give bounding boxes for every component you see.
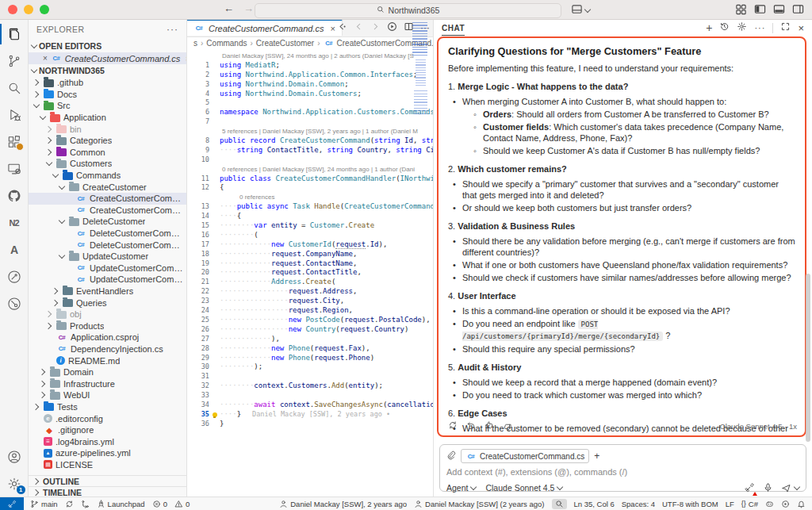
add-context-icon[interactable]: + xyxy=(594,451,599,462)
tree-item-eventhandlers[interactable]: EventHandlers xyxy=(29,286,186,297)
notifications[interactable] xyxy=(797,500,806,508)
azure-icon[interactable]: A xyxy=(0,236,29,263)
attach-context-icon[interactable] xyxy=(446,451,456,462)
tree-item-editorconfig[interactable]: .editorconfig xyxy=(29,412,186,424)
tree-item-gitignore[interactable]: .gitignore xyxy=(29,424,186,436)
status-blame[interactable]: Daniel Mackay [SSW] (2 years ago) xyxy=(414,500,544,508)
sync-item[interactable] xyxy=(65,500,74,508)
chat-input[interactable]: Add context (#), extensions (@), command… xyxy=(446,465,799,479)
voice-icon[interactable] xyxy=(763,482,773,494)
minimize-window-button[interactable] xyxy=(24,5,33,14)
run-debug-icon[interactable] xyxy=(0,102,29,128)
tree-item-updatecustomercommandvalidator-cs[interactable]: UpdateCustomerCommandValidator.cs xyxy=(29,274,186,286)
tree-item-queries[interactable]: Queries xyxy=(29,297,186,309)
outline-section[interactable]: OUTLINE xyxy=(29,475,186,486)
git-graph-icon[interactable] xyxy=(0,290,29,317)
search-toggle[interactable] xyxy=(552,499,567,509)
gitlens-icon[interactable] xyxy=(0,263,29,290)
tree-item-infrastructure[interactable]: Infrastructure xyxy=(29,378,186,389)
toggle-panel-icon[interactable] xyxy=(773,3,785,17)
tree-item-createcustomer[interactable]: CreateCustomer xyxy=(29,181,186,193)
run-project-icon[interactable] xyxy=(387,21,397,34)
github-icon[interactable] xyxy=(0,182,29,209)
tree-item-tests[interactable]: Tests xyxy=(29,401,186,413)
regenerate-icon[interactable] xyxy=(448,420,458,432)
tree-item-deletecustomercommand-cs[interactable]: DeleteCustomerCommand.cs xyxy=(29,228,186,240)
open-editor-item[interactable]: × CreateCustomerCommand.cs Src/Ap... xyxy=(29,52,186,64)
run-status[interactable] xyxy=(781,500,790,508)
command-center-search[interactable]: Northwind365 xyxy=(255,3,561,18)
chat-input-box[interactable]: CreateCustomerCommand.cs + Add context (… xyxy=(439,444,806,492)
gitlens-item[interactable] xyxy=(81,500,90,508)
nav-forward-icon[interactable]: → xyxy=(243,2,254,14)
tree-item-application-csproj[interactable]: Application.csproj xyxy=(29,332,186,343)
language-mode[interactable]: {}C# xyxy=(741,500,758,508)
timeline-section[interactable]: TIMELINE xyxy=(29,486,186,497)
tools-icon[interactable] xyxy=(745,482,755,494)
chat-history-icon[interactable] xyxy=(719,21,730,34)
tree-item-updatecustomer[interactable]: UpdateCustomer xyxy=(29,251,186,263)
eol[interactable]: LF xyxy=(726,500,734,508)
launchpad-item[interactable]: Launchpad xyxy=(97,500,145,508)
remote-explorer-icon[interactable] xyxy=(0,155,29,182)
close-window-button[interactable] xyxy=(8,5,17,14)
tree-item-createcustomercommand-cs[interactable]: CreateCustomerCommand.cs xyxy=(29,193,186,205)
breadcrumb-item-s[interactable]: s xyxy=(193,39,197,48)
breadcrumb-item-createcustomer[interactable]: CreateCustomer xyxy=(256,39,314,48)
mode-picker[interactable]: Agent xyxy=(446,483,476,493)
tree-item-application[interactable]: Application xyxy=(29,112,186,124)
extensions-icon[interactable] xyxy=(0,128,29,155)
back-last-edit-icon[interactable] xyxy=(337,21,347,34)
project-root[interactable]: NORTHWIND365 xyxy=(29,64,186,77)
tab-chat[interactable]: CHAT xyxy=(442,24,465,36)
model-picker[interactable]: Claude Sonnet 4.5 xyxy=(485,483,562,493)
new-chat-icon[interactable]: + xyxy=(706,24,712,32)
branch-item[interactable]: main xyxy=(30,500,58,508)
notebooks-icon[interactable]: N2 xyxy=(0,209,29,236)
nav-back-icon[interactable] xyxy=(354,21,364,34)
remote-indicator[interactable] xyxy=(0,497,24,510)
tree-item-obj[interactable]: obj xyxy=(29,309,186,320)
tab-createcustomercommand[interactable]: CreateCustomerCommand.cs × xyxy=(187,19,343,36)
tree-item-src[interactable]: Src xyxy=(29,100,186,112)
chat-settings-icon[interactable] xyxy=(737,21,747,34)
indentation[interactable]: Spaces: 4 xyxy=(622,500,655,508)
tree-item-webui[interactable]: WebUI xyxy=(29,389,186,401)
tree-item-common[interactable]: Common xyxy=(29,147,186,159)
encoding[interactable]: UTF-8 with BOM xyxy=(662,500,718,508)
tree-item-domain[interactable]: Domain xyxy=(29,366,186,378)
nav-forward-icon[interactable] xyxy=(370,21,381,34)
close-tab-icon[interactable]: × xyxy=(331,24,335,33)
search-icon[interactable] xyxy=(0,75,29,102)
tree-item-github[interactable]: .github xyxy=(29,77,186,89)
copilot-status[interactable] xyxy=(765,500,774,508)
close-icon[interactable]: × xyxy=(43,54,48,63)
toggle-sidebar-right-icon[interactable] xyxy=(792,3,804,17)
tree-item-docs[interactable]: Docs xyxy=(29,89,186,101)
tree-item-license[interactable]: LICENSE xyxy=(29,459,186,471)
tree-item-customers[interactable]: Customers xyxy=(29,158,186,170)
toggle-sidebar-left-icon[interactable] xyxy=(754,3,766,17)
tree-item-readme-md[interactable]: README.md xyxy=(29,355,186,366)
tree-item-createcustomercommandvalidator-cs[interactable]: CreateCustomerCommandValidator.cs xyxy=(29,205,186,217)
sidebar-more-icon[interactable]: ··· xyxy=(167,24,178,35)
errors-item[interactable]: 0 xyxy=(152,500,167,508)
tree-item-categories[interactable]: Categories xyxy=(29,135,186,147)
settings-gear-icon[interactable]: 1 xyxy=(0,470,29,497)
code-editor[interactable]: Daniel Mackay [SSW], 24 months ago | 2 a… xyxy=(187,49,433,497)
thumbs-down-icon[interactable] xyxy=(503,420,512,432)
tree-item-updatecustomercommand-cs[interactable]: UpdateCustomerCommand.cs xyxy=(29,263,186,274)
chat-more-icon[interactable]: ··· xyxy=(754,23,765,33)
tree-item-commands[interactable]: Commands xyxy=(29,170,186,182)
nav-back-icon[interactable]: ← xyxy=(224,2,234,14)
zoom-window-button[interactable] xyxy=(40,5,49,14)
account-icon[interactable] xyxy=(0,443,29,470)
expand-chat-icon[interactable] xyxy=(780,21,791,34)
breadcrumb-item-commands[interactable]: Commands xyxy=(206,39,247,48)
open-editors-section[interactable]: OPEN EDITORS xyxy=(29,40,186,52)
layout-control-button[interactable] xyxy=(571,3,590,17)
undo-icon[interactable] xyxy=(466,420,476,432)
tree-item-deletecustomercommandvalidator-cs[interactable]: DeleteCustomerCommandValidator.cs xyxy=(29,239,186,251)
scrollbar-thumb[interactable] xyxy=(806,274,810,442)
minimap[interactable] xyxy=(412,22,431,114)
